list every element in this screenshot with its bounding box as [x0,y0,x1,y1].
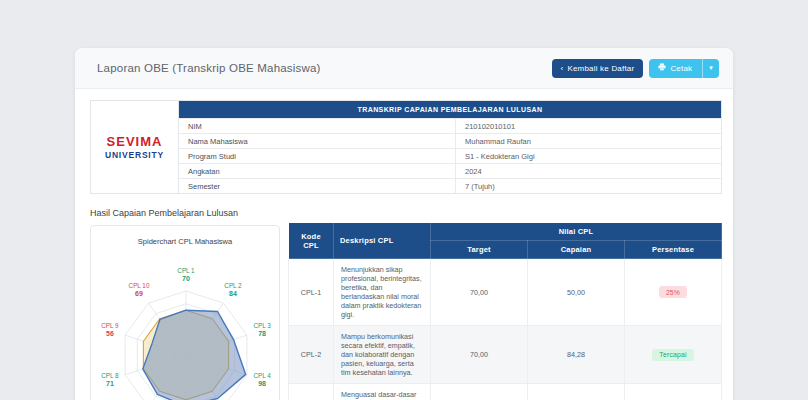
cpl-table-body: CPL-1Menunjukkan sikap profesional, beri… [289,259,722,400]
col-header-target: Target [431,241,528,259]
cpl-table-head: Kode CPL Deskripsi CPL Nilai CPL Target … [289,223,722,259]
student-transcript-table: SEVIMA UNIVERSITY TRANSKRIP CAPAIAN PEMB… [90,100,722,194]
radar-axis-label: CPL 1069 [129,282,150,297]
cpl-kode-cell: CPL-2 [289,326,334,384]
student-info-row: Angkatan2024 [179,163,721,178]
chevron-left-icon: ‹ [561,64,564,73]
cpl-table-row: CPL-1Menunjukkan sikap profesional, beri… [289,259,722,326]
cpl-results-panel: Kode CPL Deskripsi CPL Nilai CPL Target … [288,222,722,400]
cpl-capaian-cell: 78,32 [528,384,625,400]
section-title: Hasil Capaian Pembelajaran Lulusan [90,208,238,218]
back-to-list-button[interactable]: ‹ Kembali ke Daftar [552,59,644,78]
student-info-row: Nama MahasiswaMuhammad Raufan [179,133,721,148]
cpl-kode-cell: CPL-1 [289,259,334,326]
student-info-value: Muhammad Raufan [456,134,721,148]
cpl-capaian-cell: 84,28 [528,326,625,384]
radar-axis-label: CPL 498 [253,372,271,387]
radar-axis-label: CPL 956 [101,322,119,337]
cpl-capaian-cell: 50,00 [528,259,625,326]
col-header-deskripsi: Deskripsi CPL [334,223,431,259]
student-info-label: Semester [179,179,456,193]
cpl-deskripsi-cell: Mampu berkomunikasi secara efektif, empa… [334,326,431,384]
page-title: Laporan OBE (Transkrip OBE Mahasiswa) [97,62,321,74]
student-info-row: Semester7 (Tujuh) [179,178,721,193]
student-info-value: 2024 [456,164,721,178]
header-actions: ‹ Kembali ke Daftar Cetak ▾ [552,59,719,78]
cpl-results-table: Kode CPL Deskripsi CPL Nilai CPL Target … [288,222,722,400]
cpl-target-cell: 70,00 [431,259,528,326]
student-info-rows: TRANSKRIP CAPAIAN PEMBELAJARAN LULUSAN N… [179,101,721,193]
main-content-card: Laporan OBE (Transkrip OBE Mahasiswa) ‹ … [75,48,733,400]
student-info-label: Nama Mahasiswa [179,134,456,148]
student-info-value: S1 - Kedokteran Gigi [456,149,721,163]
cpl-persentase-cell: Tercapai [625,326,722,384]
university-logo: SEVIMA UNIVERSITY [91,101,179,193]
student-info-label: NIM [179,119,456,133]
cpl-target-cell: 70,00 [431,384,528,400]
radar-axis-label: CPL 284 [224,282,242,297]
student-info-value: 210102010101 [456,119,721,133]
radar-axis-label: CPL 170 [177,267,195,282]
logo-text-university: UNIVERSITY [105,150,164,160]
col-header-kode: Kode CPL [289,223,334,259]
col-header-capaian: Capaian [528,241,625,259]
student-info-label: Program Studi [179,149,456,163]
cpl-table-row: CPL-2Mampu berkomunikasi secara efektif,… [289,326,722,384]
student-info-row: Program StudiS1 - Kedokteran Gigi [179,148,721,163]
cpl-target-cell: 70,00 [431,326,528,384]
cpl-kode-cell: CPL-3 [289,384,334,400]
print-dropdown-toggle[interactable]: ▾ [702,59,719,78]
page-background: { "header": { "title": "Laporan OBE (Tra… [0,0,808,400]
status-badge: Tercapai [652,349,693,361]
spiderchart-title: Spiderchart CPL Mahasiswa [91,237,279,246]
student-info-value: 7 (Tujuh) [456,179,721,193]
radar-axis-label: CPL 378 [253,322,271,337]
col-header-nilai: Nilai CPL [431,223,722,241]
student-info-label: Angkatan [179,164,456,178]
status-badge: 25% [659,286,687,298]
print-button[interactable]: Cetak ▾ [649,59,719,78]
cpl-persentase-cell: Tercapai [625,384,722,400]
col-header-persentase: Persentase [625,241,722,259]
cpl-deskripsi-cell: Menguasai dasar-dasar ilmu biomedik, ilm… [334,384,431,400]
cpl-table-row: CPL-3Menguasai dasar-dasar ilmu biomedik… [289,384,722,400]
student-info-row: NIM210102010101 [179,118,721,133]
printer-icon [658,63,666,73]
print-button-label: Cetak [670,64,692,73]
radar-axis-label: CPL 871 [101,372,119,387]
student-rows-container: NIM210102010101Nama MahasiswaMuhammad Ra… [179,118,721,193]
cpl-radar-chart: CPL 170CPL 284CPL 378CPL 498CPL 584CPL 6… [91,252,281,400]
cpl-persentase-cell: 25% [625,259,722,326]
spiderchart-card: Spiderchart CPL Mahasiswa CPL 170CPL 284… [90,225,280,400]
back-button-label: Kembali ke Daftar [567,64,634,73]
cpl-deskripsi-cell: Menunjukkan sikap profesional, berintegr… [334,259,431,326]
card-header: Laporan OBE (Transkrip OBE Mahasiswa) ‹ … [75,48,733,89]
radar-series-capaian [143,310,246,400]
logo-text-sevima: SEVIMA [107,135,163,149]
caret-down-icon: ▾ [709,64,713,72]
transcript-table-header: TRANSKRIP CAPAIAN PEMBELAJARAN LULUSAN [179,101,721,118]
